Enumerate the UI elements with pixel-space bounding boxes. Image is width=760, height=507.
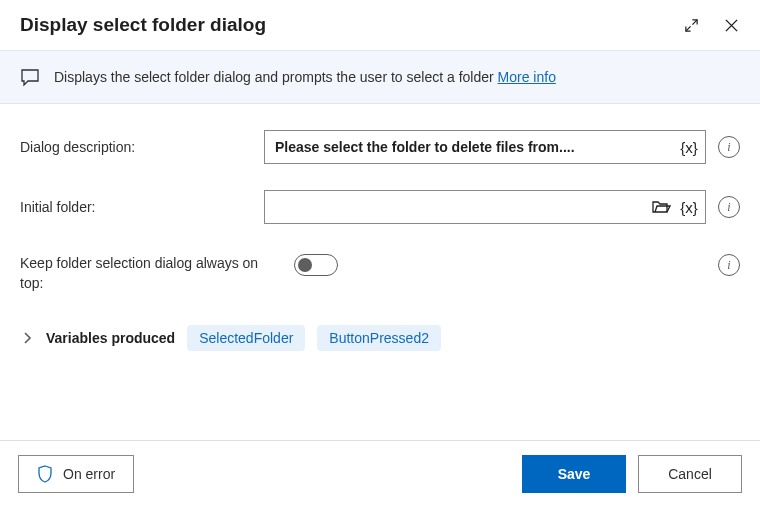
field-initial-folder: Initial folder: {x} i [20,190,740,224]
initial-folder-input-icons: {x} [650,196,700,218]
dialog-description-label: Dialog description: [20,139,252,155]
always-on-top-label: Keep folder selection dialog always on t… [20,250,282,293]
folder-open-icon[interactable] [650,196,672,218]
info-icon[interactable]: i [718,136,740,158]
on-error-label: On error [63,466,115,482]
variable-token-icon[interactable]: {x} [678,136,700,158]
dialog-header: Display select folder dialog [0,0,760,50]
variables-produced-label: Variables produced [46,330,175,346]
dialog-description-input[interactable] [264,130,706,164]
info-icon[interactable]: i [718,196,740,218]
initial-folder-input[interactable] [264,190,706,224]
dialog-description-input-wrap: {x} [264,130,706,164]
toggle-knob [298,258,312,272]
comment-icon [20,67,40,87]
initial-folder-input-wrap: {x} [264,190,706,224]
save-button[interactable]: Save [522,455,626,493]
info-text-container: Displays the select folder dialog and pr… [54,69,556,85]
more-info-link[interactable]: More info [498,69,556,85]
variables-produced-row: Variables produced SelectedFolder Button… [20,325,740,351]
header-actions [682,16,740,34]
field-dialog-description: Dialog description: {x} i [20,130,740,164]
variable-chip[interactable]: ButtonPressed2 [317,325,441,351]
close-icon[interactable] [722,16,740,34]
shield-icon [37,465,53,483]
always-on-top-toggle[interactable] [294,254,338,276]
always-on-top-control [294,250,706,276]
expand-icon[interactable] [682,16,700,34]
info-text: Displays the select folder dialog and pr… [54,69,494,85]
footer-right: Save Cancel [522,455,742,493]
variable-token-icon[interactable]: {x} [678,196,700,218]
dialog-footer: On error Save Cancel [0,440,760,507]
chevron-right-icon[interactable] [20,332,34,344]
dialog-body: Dialog description: {x} i Initial folder… [0,104,760,440]
cancel-button[interactable]: Cancel [638,455,742,493]
initial-folder-label: Initial folder: [20,199,252,215]
info-icon[interactable]: i [718,254,740,276]
dialog-title: Display select folder dialog [20,14,266,36]
on-error-button[interactable]: On error [18,455,134,493]
field-always-on-top: Keep folder selection dialog always on t… [20,250,740,293]
variable-chip[interactable]: SelectedFolder [187,325,305,351]
dialog-description-input-icons: {x} [678,136,700,158]
info-bar: Displays the select folder dialog and pr… [0,50,760,104]
